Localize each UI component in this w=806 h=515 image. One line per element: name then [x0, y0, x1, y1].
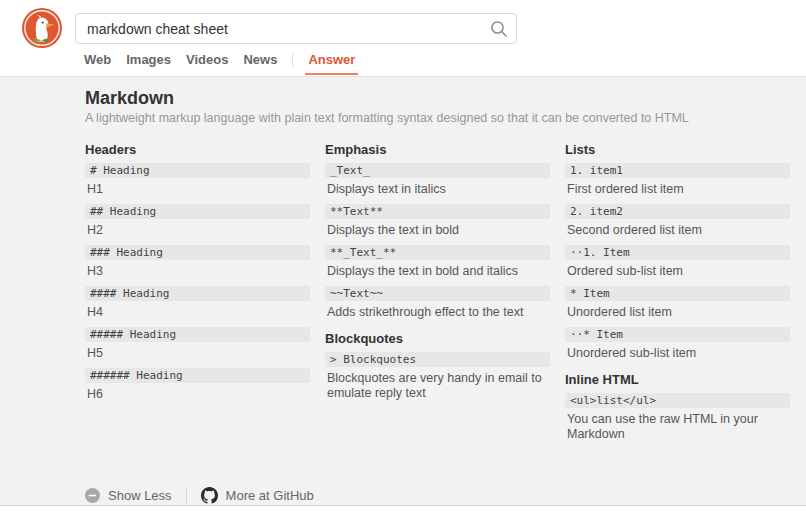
section-heading: Headers	[85, 142, 310, 157]
cheatsheet-entry: **_Text_** Displays the text in bold and…	[325, 245, 550, 279]
entry-description: H3	[85, 264, 310, 279]
answer-subtitle: A lightweight markup language with plain…	[85, 110, 790, 126]
entry-description: H4	[85, 305, 310, 320]
instant-answer-panel: Markdown A lightweight markup language w…	[0, 77, 806, 506]
markdown-syntax-code: ⋅⋅* Item	[565, 327, 790, 342]
cheatsheet-entry: ⋅⋅1. Item Ordered sub-list item	[565, 245, 790, 279]
cheatsheet-entry: ## Heading H2	[85, 204, 310, 238]
markdown-syntax-code: <ul>list</ul>	[565, 393, 790, 408]
search-icon[interactable]	[489, 19, 509, 39]
cheatsheet-entry: <ul>list</ul> You can use the raw HTML i…	[565, 393, 790, 442]
cheatsheet-entry: 2. item2 Second ordered list item	[565, 204, 790, 238]
entry-description: First ordered list item	[565, 182, 790, 197]
search-box	[75, 13, 517, 44]
markdown-syntax-code: ⋅⋅1. Item	[565, 245, 790, 260]
tab-videos[interactable]: Videos	[186, 52, 228, 68]
section-lists: Lists 1. item1 First ordered list item 2…	[565, 142, 790, 361]
section-headers: Headers # Heading H1 ## Heading H2 ### H…	[85, 142, 310, 402]
markdown-syntax-code: ## Heading	[85, 204, 310, 219]
markdown-syntax-code: **Text**	[325, 204, 550, 219]
section-emphasis: Emphasis _Text_ Displays text in italics…	[325, 142, 550, 320]
column-headers: Headers # Heading H1 ## Heading H2 ### H…	[85, 142, 310, 449]
entry-description: Displays text in italics	[325, 182, 550, 197]
markdown-syntax-code: **_Text_**	[325, 245, 550, 260]
section-heading: Emphasis	[325, 142, 550, 157]
tab-separator	[292, 53, 293, 67]
markdown-syntax-code: # Heading	[85, 163, 310, 178]
tab-news[interactable]: News	[243, 52, 277, 68]
markdown-syntax-code: ~~Text~~	[325, 286, 550, 301]
cheatsheet-entry: ⋅⋅* Item Unordered sub-list item	[565, 327, 790, 361]
tab-answer[interactable]: Answer	[308, 52, 355, 68]
markdown-syntax-code: ##### Heading	[85, 327, 310, 342]
entry-description: Displays the text in bold	[325, 223, 550, 238]
cheatsheet-entry: * Item Unordered list item	[565, 286, 790, 320]
tab-images[interactable]: Images	[126, 52, 171, 68]
section-heading: Blockquotes	[325, 331, 550, 346]
entry-description: Unordered list item	[565, 305, 790, 320]
minus-circle-icon	[85, 488, 100, 503]
markdown-syntax-code: _Text_	[325, 163, 550, 178]
page: Web Images Videos News Answer Markdown A…	[0, 0, 806, 515]
entry-description: H6	[85, 387, 310, 402]
more-at-github-label: More at GitHub	[226, 488, 314, 503]
cheatsheet-entry: ### Heading H3	[85, 245, 310, 279]
duckduckgo-logo-icon[interactable]	[22, 8, 62, 48]
cheatsheet-entry: ##### Heading H5	[85, 327, 310, 361]
entry-description: Second ordered list item	[565, 223, 790, 238]
markdown-syntax-code: * Item	[565, 286, 790, 301]
entry-description: Displays the text in bold and italics	[325, 264, 550, 279]
section-blockquotes: Blockquotes > Blockquotes Blockquotes ar…	[325, 331, 550, 401]
footer-separator	[186, 488, 187, 503]
entry-description: Adds strikethrough effect to the text	[325, 305, 550, 320]
search-header: Web Images Videos News Answer	[0, 0, 806, 77]
column-emphasis: Emphasis _Text_ Displays text in italics…	[325, 142, 550, 449]
markdown-syntax-code: > Blockquotes	[325, 352, 550, 367]
entry-description: Blockquotes are very handy in email to e…	[325, 371, 550, 401]
cheatsheet-entry: **Text** Displays the text in bold	[325, 204, 550, 238]
entry-description: H1	[85, 182, 310, 197]
cheatsheet-entry: #### Heading H4	[85, 286, 310, 320]
markdown-syntax-code: ###### Heading	[85, 368, 310, 383]
cheatsheet-entry: _Text_ Displays text in italics	[325, 163, 550, 197]
more-at-github-link[interactable]: More at GitHub	[201, 487, 314, 504]
cheatsheet-entry: ~~Text~~ Adds strikethrough effect to th…	[325, 286, 550, 320]
section-heading: Lists	[565, 142, 790, 157]
markdown-syntax-code: ### Heading	[85, 245, 310, 260]
section-heading: Inline HTML	[565, 372, 790, 387]
search-input[interactable]	[76, 14, 516, 43]
github-icon	[201, 487, 218, 504]
cheatsheet-entry: > Blockquotes Blockquotes are very handy…	[325, 352, 550, 401]
markdown-syntax-code: #### Heading	[85, 286, 310, 301]
entry-description: H2	[85, 223, 310, 238]
cheatsheet-entry: # Heading H1	[85, 163, 310, 197]
cheatsheet-entry: ###### Heading H6	[85, 368, 310, 402]
entry-description: You can use the raw HTML in your Markdow…	[565, 412, 790, 442]
show-less-button[interactable]: Show Less	[85, 488, 172, 503]
entry-description: Ordered sub-list item	[565, 264, 790, 279]
tab-web[interactable]: Web	[84, 52, 111, 68]
column-lists: Lists 1. item1 First ordered list item 2…	[565, 142, 790, 449]
answer-footer: Show Less More at GitHub	[85, 487, 790, 504]
answer-title: Markdown	[85, 88, 790, 108]
entry-description: Unordered sub-list item	[565, 346, 790, 361]
cheatsheet-entry: 1. item1 First ordered list item	[565, 163, 790, 197]
section-inline-html: Inline HTML <ul>list</ul> You can use th…	[565, 372, 790, 442]
markdown-syntax-code: 1. item1	[565, 163, 790, 178]
show-less-label: Show Less	[108, 488, 172, 503]
markdown-syntax-code: 2. item2	[565, 204, 790, 219]
entry-description: H5	[85, 346, 310, 361]
result-tabs: Web Images Videos News Answer	[84, 52, 355, 77]
cheatsheet-columns: Headers # Heading H1 ## Heading H2 ### H…	[85, 142, 790, 449]
